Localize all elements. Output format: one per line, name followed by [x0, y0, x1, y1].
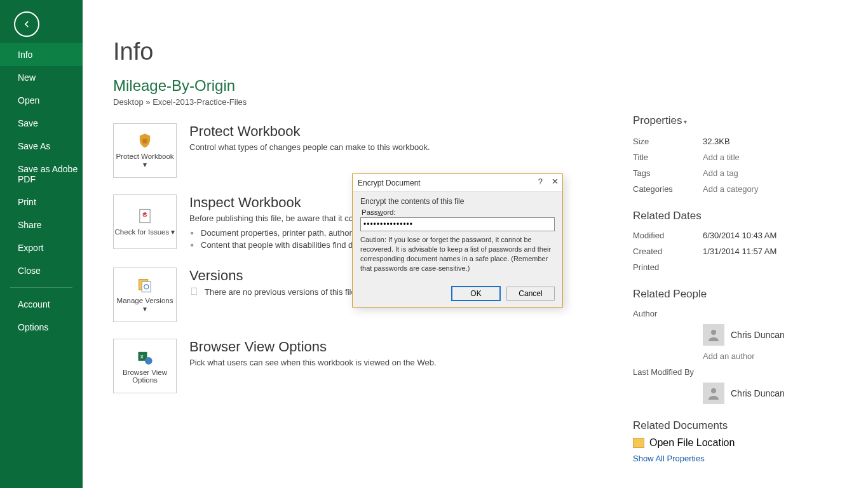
- avatar: [703, 324, 724, 346]
- nav-options[interactable]: Options: [0, 316, 83, 339]
- ok-button[interactable]: OK: [452, 287, 500, 301]
- lastmod-value: Chris Duncan: [731, 388, 785, 398]
- svg-point-17: [711, 330, 716, 335]
- file-name: Mileage-By-Origin: [113, 77, 843, 95]
- nav-share[interactable]: Share: [0, 214, 83, 236]
- prop-created-value: 1/31/2014 11:57 AM: [703, 247, 776, 256]
- properties-panel: Properties Size32.3KB TitleAdd a title T…: [633, 114, 843, 463]
- manage-versions-label: Manage Versions ▾: [114, 297, 176, 313]
- svg-rect-13: [191, 288, 196, 295]
- versions-heading: Versions: [189, 268, 358, 284]
- lock-shield-icon: [136, 132, 154, 150]
- nav-info[interactable]: Info: [0, 43, 83, 66]
- author-value: Chris Duncan: [731, 330, 785, 340]
- versions-icon: [136, 276, 154, 294]
- nav-export[interactable]: Export: [0, 236, 83, 259]
- prop-title-label: Title: [633, 152, 703, 162]
- inspect-item: Document properties, printer path, autho…: [189, 227, 358, 239]
- open-file-location-label: Open File Location: [649, 437, 735, 449]
- protect-workbook-button[interactable]: Protect Workbook ▾: [113, 123, 177, 178]
- password-input[interactable]: [360, 217, 555, 231]
- document-check-icon: [136, 207, 154, 225]
- cancel-button[interactable]: Cancel: [506, 287, 555, 301]
- dialog-title: Encrypt Document: [358, 179, 421, 187]
- open-file-location[interactable]: Open File Location: [633, 437, 843, 449]
- related-dates-heading: Related Dates: [633, 210, 843, 222]
- nav-divider: [10, 287, 72, 288]
- arrow-left-icon: [20, 18, 33, 30]
- related-docs-heading: Related Documents: [633, 419, 843, 432]
- related-people-heading: Related People: [633, 288, 843, 301]
- protect-desc: Control what types of changes people can…: [189, 142, 430, 152]
- lastmod-label: Last Modified By: [633, 367, 703, 377]
- browser-view-options-label: Browser View Options: [114, 369, 176, 384]
- check-for-issues-button[interactable]: Check for Issues ▾: [113, 194, 177, 249]
- show-all-properties-link[interactable]: Show All Properties: [633, 454, 843, 463]
- prop-categories-value[interactable]: Add a category: [703, 184, 758, 194]
- protect-heading: Protect Workbook: [189, 123, 430, 140]
- dialog-caution: Caution: If you lose or forget the passw…: [360, 235, 555, 273]
- add-author[interactable]: Add an author: [703, 351, 755, 361]
- svg-rect-7: [143, 139, 147, 144]
- prop-size-value: 32.3KB: [703, 137, 730, 146]
- nav-open[interactable]: Open: [0, 89, 83, 112]
- prop-created-label: Created: [633, 247, 703, 256]
- folder-icon: [633, 438, 644, 448]
- protect-workbook-label: Protect Workbook ▾: [114, 152, 176, 169]
- back-button[interactable]: [14, 11, 39, 37]
- password-label: Password:: [362, 208, 555, 216]
- prop-modified-label: Modified: [633, 231, 703, 240]
- properties-heading[interactable]: Properties: [633, 114, 843, 127]
- author-label: Author: [633, 309, 703, 318]
- browser-desc: Pick what users can see when this workbo…: [189, 358, 437, 367]
- nav-save-as-adobe-pdf[interactable]: Save as Adobe PDF: [0, 158, 83, 191]
- svg-rect-11: [142, 281, 151, 292]
- check-for-issues-label: Check for Issues ▾: [115, 227, 175, 236]
- encrypt-document-dialog: Encrypt Document ? ✕ Encrypt the content…: [352, 173, 563, 308]
- svg-point-18: [711, 388, 716, 393]
- versions-none: There are no previous versions of this f…: [205, 287, 358, 297]
- nav-close[interactable]: Close: [0, 259, 83, 282]
- dialog-group-label: Encrypt the contents of this file: [360, 197, 555, 206]
- page-title: Info: [113, 38, 843, 65]
- inspect-desc: Before publishing this file, be aware th…: [189, 214, 358, 223]
- svg-point-16: [145, 357, 153, 365]
- prop-tags-label: Tags: [633, 168, 703, 178]
- dialog-close-icon[interactable]: ✕: [552, 177, 559, 186]
- backstage-sidebar: Info New Open Save Save As Save as Adobe…: [0, 0, 83, 488]
- inspect-list: Document properties, printer path, autho…: [189, 227, 358, 251]
- nav-save[interactable]: Save: [0, 112, 83, 135]
- prop-categories-label: Categories: [633, 184, 703, 194]
- browser-heading: Browser View Options: [189, 339, 437, 355]
- avatar: [703, 383, 724, 404]
- breadcrumb: Desktop » Excel-2013-Practice-Files: [113, 97, 843, 107]
- browser-view-options-button[interactable]: x Browser View Options: [113, 339, 177, 393]
- prop-size-label: Size: [633, 137, 703, 146]
- inspect-heading: Inspect Workbook: [189, 194, 358, 211]
- prop-tags-value[interactable]: Add a tag: [703, 168, 738, 178]
- prop-modified-value: 6/30/2014 10:43 AM: [703, 231, 776, 240]
- inspect-item: Content that people with disabilities fi…: [189, 239, 358, 251]
- excel-web-icon: x: [136, 348, 154, 366]
- prop-title-value[interactable]: Add a title: [703, 152, 740, 162]
- manage-versions-button[interactable]: Manage Versions ▾: [113, 268, 177, 322]
- svg-text:x: x: [140, 353, 144, 360]
- dialog-help-icon[interactable]: ?: [538, 177, 543, 186]
- nav-account[interactable]: Account: [0, 293, 83, 316]
- document-icon: [189, 287, 200, 297]
- nav-save-as[interactable]: Save As: [0, 135, 83, 158]
- nav-print[interactable]: Print: [0, 191, 83, 214]
- prop-printed-label: Printed: [633, 262, 703, 272]
- nav-new[interactable]: New: [0, 66, 83, 89]
